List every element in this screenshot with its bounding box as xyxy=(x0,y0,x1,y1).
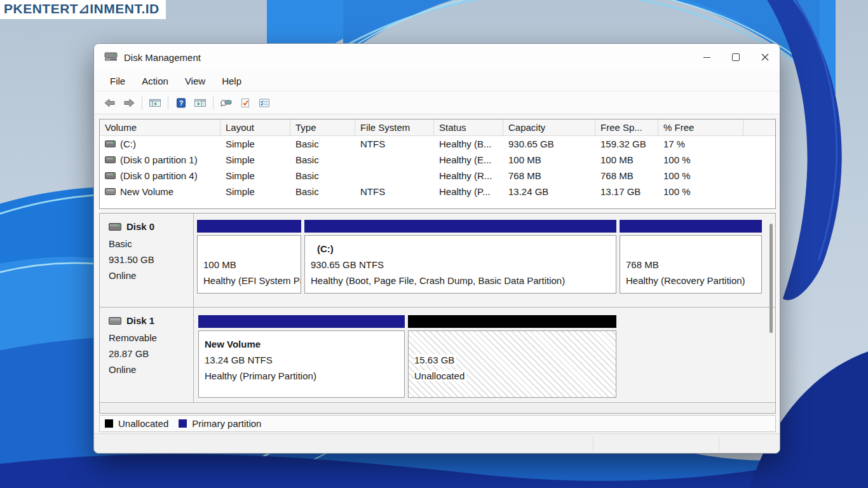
menu-bar: File Action View Help xyxy=(94,71,780,92)
close-button[interactable] xyxy=(750,44,780,71)
menu-file[interactable]: File xyxy=(102,73,133,89)
graphical-view-panel: Disk 0 Basic 931.50 GB Online 100 MB Hea… xyxy=(99,213,776,414)
column-header-type[interactable]: Type xyxy=(290,119,355,135)
disk-icon xyxy=(109,317,121,325)
forward-button[interactable] xyxy=(119,94,139,112)
partition-unallocated[interactable]: 15.63 GB Unallocated xyxy=(408,315,616,398)
toolbar-separator xyxy=(142,96,142,110)
disk-icon xyxy=(109,223,121,231)
toolbar-separator xyxy=(213,96,214,110)
volume-row-disk0-partition1[interactable]: (Disk 0 partition 1) Simple Basic Health… xyxy=(100,152,775,168)
show-console-tree-button[interactable] xyxy=(146,94,165,112)
column-header-layout[interactable]: Layout xyxy=(220,119,290,135)
minimize-button[interactable] xyxy=(692,44,721,71)
console-tree-icon xyxy=(149,98,161,108)
refresh-disks-button[interactable] xyxy=(217,94,236,112)
disk-1-size: 28.87 GB xyxy=(109,346,193,362)
disk-management-app-icon xyxy=(104,51,118,64)
volume-list-header: Volume Layout Type File System Status Ca… xyxy=(100,119,775,136)
help-icon: ? xyxy=(175,98,187,108)
volume-row-c[interactable]: (C:) Simple Basic NTFS Healthy (B... 930… xyxy=(100,136,775,152)
disk-management-window: Disk Management File Action View Help xyxy=(93,43,780,454)
disk-0-size: 931.50 GB xyxy=(109,252,193,268)
disk-1-kind: Removable xyxy=(109,330,193,346)
partition-c-drive[interactable]: (C:) 930.65 GB NTFS Healthy (Boot, Page … xyxy=(304,220,616,294)
volume-icon xyxy=(105,188,116,195)
back-button[interactable] xyxy=(100,94,119,112)
back-arrow-icon xyxy=(104,98,116,108)
partition-recovery[interactable]: 768 MB Healthy (Recovery Partition) xyxy=(620,220,762,294)
disk-1-status: Online xyxy=(109,362,193,377)
column-header-capacity[interactable]: Capacity xyxy=(503,119,595,135)
vertical-scrollbar[interactable] xyxy=(770,224,773,333)
status-bar-separator xyxy=(719,437,719,451)
maximize-button[interactable] xyxy=(721,44,750,71)
status-bar-separator xyxy=(593,437,593,451)
primary-partition-legend-label: Primary partition xyxy=(192,418,261,429)
check-document-button[interactable] xyxy=(236,94,255,112)
disk-1-row: Disk 1 Removable 28.87 GB Online New Vol… xyxy=(100,308,775,403)
unallocated-color-bar xyxy=(408,315,616,328)
check-document-icon xyxy=(240,98,250,108)
maximize-icon xyxy=(732,53,740,61)
volume-icon xyxy=(105,172,116,179)
menu-help[interactable]: Help xyxy=(214,73,250,89)
help-button[interactable]: ? xyxy=(172,94,191,112)
column-header-volume[interactable]: Volume xyxy=(100,119,220,135)
column-header-free-space[interactable]: Free Sp... xyxy=(595,119,658,135)
primary-partition-color-bar xyxy=(198,315,405,328)
svg-text:?: ? xyxy=(179,99,184,107)
show-action-pane-button[interactable] xyxy=(191,94,210,112)
title-bar: Disk Management xyxy=(94,44,780,71)
toolbar-separator xyxy=(168,96,168,110)
disk-1-label[interactable]: Disk 1 Removable 28.87 GB Online xyxy=(100,308,194,402)
column-header-file-system[interactable]: File System xyxy=(355,119,434,135)
column-header-filler xyxy=(743,119,775,135)
window-title: Disk Management xyxy=(124,52,201,63)
primary-partition-color-bar xyxy=(620,220,762,233)
minimize-icon xyxy=(703,57,710,58)
volume-list-panel: Volume Layout Type File System Status Ca… xyxy=(99,119,776,209)
primary-partition-color-bar xyxy=(304,220,616,233)
column-header-status[interactable]: Status xyxy=(434,119,503,135)
toolbar: ? xyxy=(94,92,780,114)
primary-partition-color-bar xyxy=(197,220,301,233)
partition-new-volume[interactable]: New Volume 13.24 GB NTFS Healthy (Primar… xyxy=(198,315,405,398)
watermark: PKENTERT⊿INMENT.ID xyxy=(0,0,166,19)
volume-row-new-volume[interactable]: New Volume Simple Basic NTFS Healthy (P.… xyxy=(100,184,775,200)
refresh-disks-icon xyxy=(220,98,233,108)
desktop-background: PKENTERT⊿INMENT.ID Disk Management xyxy=(0,0,868,488)
properties-list-icon xyxy=(259,98,270,108)
menu-action[interactable]: Action xyxy=(133,73,177,89)
disk-0-kind: Basic xyxy=(109,236,193,252)
properties-list-button[interactable] xyxy=(255,94,274,112)
volume-icon xyxy=(105,156,116,163)
status-bar xyxy=(94,433,780,453)
close-icon xyxy=(761,53,769,61)
primary-partition-swatch xyxy=(179,419,187,428)
action-pane-icon xyxy=(194,98,207,108)
unallocated-swatch xyxy=(105,419,113,428)
column-header-pct-free[interactable]: % Free xyxy=(658,119,743,135)
unallocated-legend-label: Unallocated xyxy=(118,418,168,429)
disk-0-label[interactable]: Disk 0 Basic 931.50 GB Online xyxy=(100,214,194,307)
disk-0-row: Disk 0 Basic 931.50 GB Online 100 MB Hea… xyxy=(100,214,775,308)
disk-0-status: Online xyxy=(109,268,193,283)
volume-row-disk0-partition4[interactable]: (Disk 0 partition 4) Simple Basic Health… xyxy=(100,168,775,184)
forward-arrow-icon xyxy=(123,98,135,108)
watermark-text: PKENTERT⊿INMENT.ID xyxy=(4,1,159,16)
partition-efi-system[interactable]: 100 MB Healthy (EFI System Partition) xyxy=(197,220,301,294)
legend-bar: Unallocated Primary partition xyxy=(99,415,776,432)
menu-view[interactable]: View xyxy=(177,73,214,89)
volume-icon xyxy=(105,140,116,147)
